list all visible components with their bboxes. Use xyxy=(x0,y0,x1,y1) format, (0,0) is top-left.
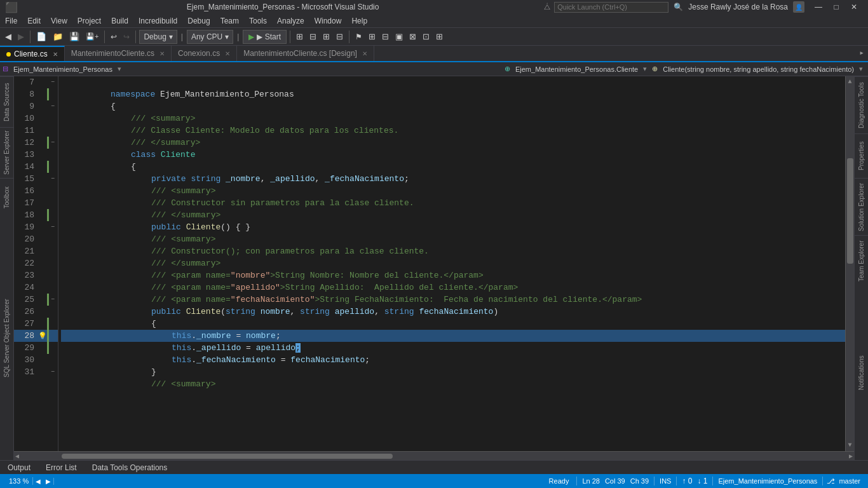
tab-conexion-cs[interactable]: Conexion.cs ✕ xyxy=(172,46,237,61)
right-tab-solution[interactable]: Solution Explorer xyxy=(855,178,868,235)
zoom-level[interactable]: 133 % xyxy=(5,477,33,485)
tab-scroll-right[interactable]: ▸ xyxy=(855,46,868,61)
back-btn[interactable]: ◀ xyxy=(3,30,14,43)
platform-dropdown[interactable]: Any CPU ▾ xyxy=(187,30,233,44)
line-10-gutter: 10 xyxy=(14,112,58,125)
title-bar: ⬛ Ejem_Mantenimiento_Personas - Microsof… xyxy=(0,0,868,14)
menu-debug[interactable]: Debug xyxy=(182,14,215,28)
toolbar-btn-2[interactable]: ⊟ xyxy=(307,30,319,43)
menu-build[interactable]: Build xyxy=(106,14,133,28)
scroll-indicator-left[interactable]: ◀ xyxy=(33,478,43,485)
code-text-area[interactable]: namespace Ejem_Mantenimiento_Personas { … xyxy=(58,76,845,451)
scroll-down-btn[interactable]: ▼ xyxy=(848,441,851,450)
sidebar-server-explorer[interactable]: Server Explorer xyxy=(0,127,13,178)
project-path[interactable]: Ejem_Mantenimiento_Personas xyxy=(13,65,112,73)
line-7-gutter: 7 − xyxy=(14,76,58,88)
sidebar-toolbox[interactable]: Toolbox xyxy=(0,178,13,216)
debug-config-arrow: ▾ xyxy=(169,32,173,41)
start-label: ▶ Start xyxy=(257,32,281,41)
right-tab-team[interactable]: Team Explorer xyxy=(855,235,868,286)
path-arrow3: ▾ xyxy=(859,65,863,73)
toolbar-btn-9[interactable]: ⊠ xyxy=(407,30,419,43)
menu-project[interactable]: Project xyxy=(72,14,106,28)
arrows-down: ↓ 1 xyxy=(695,477,710,485)
output-tab-error-list[interactable]: Error List xyxy=(43,461,79,475)
user-avatar: 👤 xyxy=(793,1,804,13)
new-file-btn[interactable]: 📄 xyxy=(34,30,49,43)
menu-incredibuild[interactable]: Incredibuild xyxy=(133,14,182,28)
horizontal-scrollbar[interactable]: ◀ ▶ xyxy=(14,451,854,460)
tab-mantenimiento-cs[interactable]: MantenimientoCliente.cs ✕ xyxy=(65,46,172,61)
right-tab-properties[interactable]: Properties xyxy=(855,133,868,178)
toolbar-btn-11[interactable]: ⊞ xyxy=(433,30,445,43)
ins-mode[interactable]: INS xyxy=(657,477,674,485)
start-button[interactable]: ▶ ▶ Start xyxy=(243,30,287,44)
branch-icon: ⎇ xyxy=(825,477,836,485)
right-sidebar: Diagnostic Tools Properties Solution Exp… xyxy=(854,76,868,460)
toolbar-btn-4[interactable]: ⊟ xyxy=(334,30,346,43)
branch-name[interactable]: master xyxy=(836,477,863,485)
path-arrow2: ▾ xyxy=(643,65,647,73)
save-all-btn[interactable]: 💾+ xyxy=(83,31,101,42)
search-icon[interactable]: 🔍 xyxy=(674,3,683,11)
scroll-thumb[interactable] xyxy=(847,158,853,264)
maximize-btn[interactable]: □ xyxy=(827,0,845,14)
right-tab-notifications[interactable]: Notifications xyxy=(855,286,868,460)
mantenimiento-design-close[interactable]: ✕ xyxy=(362,50,367,57)
menu-tools[interactable]: Tools xyxy=(244,14,272,28)
toolbar-btn-8[interactable]: ▣ xyxy=(393,30,405,43)
menu-help[interactable]: Help xyxy=(346,14,372,28)
menu-file[interactable]: File xyxy=(0,14,22,28)
ln-col: Ln 28 xyxy=(580,477,602,485)
vertical-scrollbar[interactable]: ▲ ▼ xyxy=(845,76,854,451)
toolbar-btn-6[interactable]: ⊞ xyxy=(366,30,378,43)
debug-config-dropdown[interactable]: Debug ▾ xyxy=(139,30,177,44)
output-tab-data-tools[interactable]: Data Tools Operations xyxy=(90,461,170,475)
undo-btn[interactable]: ↩ xyxy=(108,31,119,43)
code-editor[interactable]: 7 − 8 9 − xyxy=(14,76,854,451)
sidebar-data-sources[interactable]: Data Sources xyxy=(0,76,13,127)
mantenimiento-cs-close[interactable]: ✕ xyxy=(159,50,165,57)
toolbar-btn-1[interactable]: ⊞ xyxy=(294,30,306,43)
h-scroll-right-btn[interactable]: ▶ xyxy=(849,452,853,460)
save-btn[interactable]: 💾 xyxy=(67,30,82,43)
member-icon: ⊕ xyxy=(652,65,658,73)
line-8-gutter: 8 xyxy=(14,88,58,100)
line-12-gutter: 12 − xyxy=(14,137,58,149)
editor-area[interactable]: 7 − 8 9 − xyxy=(14,76,854,460)
menu-window[interactable]: Window xyxy=(309,14,347,28)
toolbar-btn-7[interactable]: ⊟ xyxy=(379,30,391,43)
conexion-cs-close[interactable]: ✕ xyxy=(225,50,230,57)
project-icon: ⊟ xyxy=(3,65,8,73)
scroll-indicator-right[interactable]: ▶ xyxy=(43,478,54,485)
minimize-btn[interactable]: — xyxy=(810,0,827,14)
right-tab-diagnostic[interactable]: Diagnostic Tools xyxy=(855,76,868,133)
quick-launch-input[interactable] xyxy=(554,2,668,13)
member-path[interactable]: Cliente(string nombre, string apellido, … xyxy=(663,65,854,73)
menu-edit[interactable]: Edit xyxy=(22,14,46,28)
code-line-27: this._nombre = nombre; xyxy=(61,318,845,330)
toolbar-btn-10[interactable]: ⊡ xyxy=(420,30,432,43)
menu-analyze[interactable]: Analyze xyxy=(272,14,309,28)
sidebar-sql-server[interactable]: SQL Server Object Explorer xyxy=(0,216,13,460)
title-text: Ejem_Mantenimiento_Personas - Microsoft … xyxy=(22,3,544,11)
h-scroll-left-btn[interactable]: ◀ xyxy=(15,452,19,460)
cliente-cs-close[interactable]: ✕ xyxy=(53,51,58,58)
code-line-14: private string _nombre, _apellido, _fech… xyxy=(61,161,845,173)
toolbar-btn-5[interactable]: ⚑ xyxy=(353,31,365,43)
tab-cliente-cs[interactable]: Cliente.cs ✕ xyxy=(0,46,65,61)
menu-team[interactable]: Team xyxy=(215,14,244,28)
menu-view[interactable]: View xyxy=(46,14,72,28)
forward-btn[interactable]: ▶ xyxy=(15,30,27,43)
h-scroll-thumb[interactable] xyxy=(62,454,393,459)
tab-mantenimiento-design[interactable]: MantenimientoCliente.cs [Design] ✕ xyxy=(237,46,374,61)
filter-icon: ⧊ xyxy=(544,3,550,11)
redo-btn[interactable]: ↪ xyxy=(121,31,132,43)
ch-num: Ch 39 xyxy=(628,477,651,485)
scroll-up-btn[interactable]: ▲ xyxy=(848,78,851,86)
output-tab-output[interactable]: Output xyxy=(5,461,33,475)
close-btn[interactable]: ✕ xyxy=(845,0,863,14)
class-path[interactable]: Ejem_Mantenimiento_Personas.Cliente xyxy=(515,65,638,73)
open-btn[interactable]: 📁 xyxy=(50,30,65,43)
toolbar-btn-3[interactable]: ⊞ xyxy=(320,30,332,43)
